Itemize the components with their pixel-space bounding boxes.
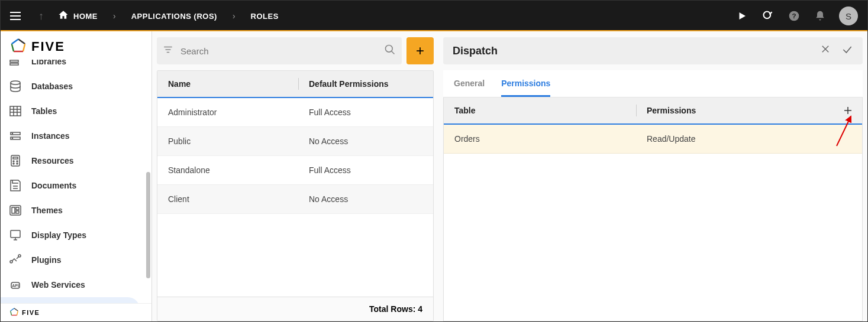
nav-label: Web Services [31,280,85,290]
search-box [157,37,402,64]
svg-point-26 [18,255,21,257]
bell-icon[interactable] [813,9,827,23]
svg-rect-13 [13,157,18,159]
search-icon[interactable] [384,44,396,58]
cell-perm: No Access [298,127,433,155]
perm-column-table[interactable]: Table [444,97,636,123]
svg-text:API: API [12,284,19,288]
perm-column-permissions[interactable]: Permissions [636,97,834,123]
nav-icon [8,60,23,69]
check-icon[interactable] [841,44,853,58]
chevron-right-icon: › [113,11,116,21]
sidebar-item-databases[interactable]: Databases [1,74,151,99]
sidebar-item-libraries[interactable]: Libraries [1,60,151,74]
chevron-right-icon: › [233,11,235,21]
svg-rect-23 [16,211,19,213]
sidebar-item-web-services[interactable]: APIWeb Services [1,272,151,297]
cell-perm: Full Access [298,156,433,184]
sidebar-item-documents[interactable]: Documents [1,173,151,198]
roles-table: Name Default Permissions AdministratorFu… [157,70,434,321]
hamburger-icon[interactable] [10,9,24,23]
svg-point-15 [17,161,18,162]
svg-rect-22 [16,207,19,210]
nav-label: Instances [31,131,70,141]
search-icon[interactable] [761,9,775,23]
table-row[interactable]: PublicNo Access [157,127,433,156]
breadcrumb-apps[interactable]: APPLICATIONS (ROS) [131,12,217,21]
cell-perm: Read/Update [636,125,862,153]
avatar[interactable]: S [839,6,858,25]
nav-icon: API [8,277,23,292]
cell-name: Standalone [157,156,298,184]
home-icon[interactable] [58,9,69,23]
svg-rect-21 [12,207,15,213]
nav-icon [8,178,23,193]
sidebar-item-resources[interactable]: Resources [1,148,151,173]
svg-point-16 [13,163,14,164]
detail-header: Dispatch [443,37,863,64]
nav-icon [8,227,23,243]
svg-point-14 [13,161,14,162]
topbar: ↑ HOME › APPLICATIONS (ROS) › ROLES ? S [1,1,867,31]
up-arrow-icon[interactable]: ↑ [38,10,44,22]
add-permission-button[interactable] [834,105,862,116]
svg-rect-5 [10,106,21,116]
table-footer: Total Rows: 4 [157,297,433,321]
nav-label: Databases [31,82,73,91]
sidebar: FIVE LibrariesDatabasesTablesInstancesRe… [1,31,152,321]
tab-general[interactable]: General [454,79,485,97]
nav-icon [8,153,23,168]
nav-label: Display Types [31,230,86,240]
sidebar-footer-text: FIVE [22,309,40,316]
cell-perm: Full Access [298,98,433,126]
sidebar-footer: FIVE [1,303,151,321]
perm-row[interactable]: OrdersRead/Update [444,125,862,154]
help-icon[interactable]: ? [787,9,801,23]
column-header-permissions[interactable]: Default Permissions [298,71,433,97]
play-icon[interactable] [735,9,749,23]
sidebar-item-display-types[interactable]: Display Types [1,223,151,248]
scrollbar-thumb[interactable] [146,172,150,278]
sidebar-item-tables[interactable]: Tables [1,99,151,123]
table-row[interactable]: ClientNo Access [157,185,433,214]
sidebar-item-themes[interactable]: Themes [1,198,151,223]
column-header-name[interactable]: Name [157,71,298,97]
cell-name: Public [157,127,298,155]
svg-point-25 [10,261,12,263]
breadcrumb-home[interactable]: HOME [73,12,98,21]
breadcrumb: HOME › APPLICATIONS (ROS) › ROLES [58,9,279,23]
add-button[interactable]: + [406,37,434,64]
nav-icon [8,128,23,144]
filter-icon[interactable] [163,44,173,58]
tab-permissions[interactable]: Permissions [501,79,550,97]
detail-title: Dispatch [453,45,498,57]
svg-point-0 [764,12,771,19]
logo-text: FIVE [31,39,65,54]
detail-pane: Dispatch GeneralPermissions Table Permis… [438,31,867,321]
sidebar-item-roles[interactable]: Roles [1,297,140,303]
cell-name: Administrator [157,98,298,126]
svg-point-11 [12,138,13,139]
close-icon[interactable] [820,44,831,58]
nav-label: Tables [31,106,57,116]
table-row[interactable]: StandaloneFull Access [157,156,433,185]
svg-text:?: ? [792,12,796,19]
cell-table: Orders [444,125,636,153]
svg-point-4 [11,81,20,84]
table-row[interactable]: AdministratorFull Access [157,98,433,127]
nav-label: Libraries [31,60,66,66]
search-input[interactable] [180,46,384,56]
cell-perm: No Access [298,185,433,213]
nav-icon [8,302,23,303]
sidebar-item-instances[interactable]: Instances [1,123,151,148]
nav-icon [8,203,23,218]
svg-point-37 [386,45,393,52]
roles-pane: + Name Default Permissions Administrator… [152,31,438,321]
sidebar-item-plugins[interactable]: Plugins [1,248,151,272]
nav-label: Resources [31,156,74,165]
nav-icon [8,103,23,119]
cell-name: Client [157,185,298,213]
breadcrumb-roles[interactable]: ROLES [251,12,279,21]
logo: FIVE [1,31,151,60]
svg-point-10 [12,134,13,134]
